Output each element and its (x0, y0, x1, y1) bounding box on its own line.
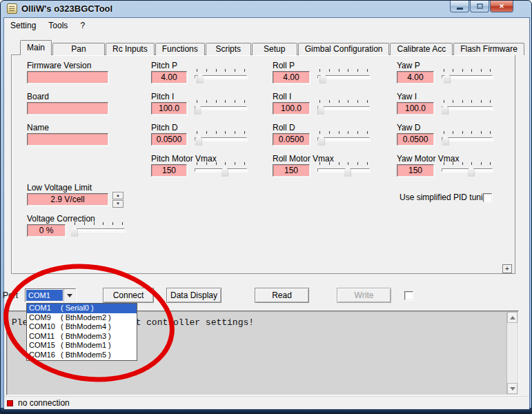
main-tab-panel (11, 55, 515, 274)
tab-setup[interactable]: Setup (252, 43, 297, 55)
pitch-i-label: Pitch I (151, 92, 174, 101)
scroll-up-icon[interactable] (507, 312, 518, 323)
pitch-d-label: Pitch D (151, 123, 178, 132)
yaw-i-slider[interactable] (442, 100, 493, 115)
read-button[interactable]: Read (255, 288, 309, 303)
data-display-button[interactable]: Data Display (166, 288, 221, 303)
port-option-name: COM1 (29, 304, 61, 313)
board-label: Board (27, 92, 49, 101)
simplified-pid-checkbox[interactable] (483, 193, 492, 202)
console-scrollbar[interactable] (506, 312, 518, 394)
port-option-device: ( BthModem3 ) (61, 332, 111, 342)
scroll-down-icon[interactable] (507, 383, 518, 394)
port-option-com1[interactable]: COM1 ( Serial0 ) (27, 304, 137, 313)
firmware-version-label: Firmware Version (27, 61, 91, 70)
yaw-vmax-slider[interactable] (442, 162, 493, 177)
port-option-com16[interactable]: COM16 ( BthModem5 ) (27, 351, 137, 360)
tab-strip: Main Pan Rc Inputs Functions Scripts Set… (20, 40, 525, 55)
status-text: no connection (18, 398, 70, 408)
roll-i-slider[interactable] (317, 100, 370, 115)
tab-main[interactable]: Main (20, 40, 52, 55)
tab-scripts[interactable]: Scripts (206, 43, 251, 55)
minimize-button[interactable] (450, 1, 469, 12)
pitch-i-field[interactable]: 100.0 (151, 102, 187, 115)
port-option-name: COM11 (29, 332, 61, 342)
spinner-down-button[interactable]: ▼ (112, 200, 124, 208)
port-option-device: ( BthModem2 ) (61, 313, 111, 323)
pitch-vmax-slider[interactable] (195, 162, 247, 177)
app-window: OlliW's o323BGCTool ✕ Setting Tools ? Ma… (0, 0, 532, 414)
roll-i-label: Roll I (273, 92, 291, 101)
close-button[interactable]: ✕ (490, 1, 513, 12)
board-field[interactable] (27, 102, 108, 115)
port-option-name: COM9 (29, 313, 61, 323)
port-selected-value: COM1 (26, 290, 63, 301)
yaw-i-label: Yaw I (397, 92, 417, 101)
port-combobox[interactable]: COM1 (25, 288, 76, 302)
connect-button[interactable]: Connect (103, 288, 154, 303)
yaw-p-label: Yaw P (397, 61, 420, 70)
tab-calibrate-acc[interactable]: Calibrate Acc (390, 43, 453, 55)
spinner-up-button[interactable]: ▲ (112, 192, 124, 199)
port-option-device: ( BthModem5 ) (61, 351, 111, 360)
connection-status-icon (7, 400, 13, 406)
port-option-device: ( BthModem4 ) (61, 322, 111, 332)
yaw-d-field[interactable]: 0.0500 (397, 133, 434, 146)
port-option-device: ( Serial0 ) (61, 304, 94, 313)
low-voltage-limit-label: Low Voltage Limit (27, 183, 92, 193)
tab-gimbal-configuration[interactable]: Gimbal Configuration (298, 43, 390, 55)
port-option-name: COM16 (29, 351, 61, 360)
yaw-d-slider[interactable] (442, 131, 493, 146)
tab-pan[interactable]: Pan (52, 43, 105, 55)
pitch-p-field[interactable]: 4.00 (151, 71, 187, 83)
port-option-com9[interactable]: COM9 ( BthModem2 ) (27, 313, 137, 323)
port-option-com15[interactable]: COM15 ( BthModem1 ) (27, 341, 137, 351)
yaw-p-slider[interactable] (442, 69, 493, 84)
title-bar[interactable]: OlliW's o323BGCTool ✕ (1, 1, 531, 17)
simplified-pid-label: Use simplified PID tuning (400, 193, 492, 202)
port-option-com10[interactable]: COM10 ( BthModem4 ) (27, 322, 137, 332)
yaw-d-label: Yaw D (397, 123, 420, 132)
yaw-i-field[interactable]: 100.0 (397, 102, 434, 115)
pitch-p-slider[interactable] (195, 69, 247, 84)
tab-flash-firmware[interactable]: Flash Firmware (453, 43, 524, 55)
pitch-d-field[interactable]: 0.0500 (151, 133, 187, 146)
port-option-device: ( BthModem1 ) (61, 341, 111, 351)
roll-vmax-field[interactable]: 150 (273, 164, 310, 177)
roll-d-slider[interactable] (317, 131, 370, 146)
menu-setting[interactable]: Setting (4, 19, 42, 32)
port-option-com11[interactable]: COM11 ( BthModem3 ) (27, 332, 137, 342)
port-dropdown-list: COM1 ( Serial0 ) COM9 ( BthModem2 ) COM1… (26, 303, 137, 361)
voltage-correction-slider[interactable] (72, 222, 125, 237)
maximize-button[interactable] (470, 1, 489, 12)
pitch-d-slider[interactable] (195, 131, 247, 146)
app-icon (7, 3, 17, 14)
port-label: Port (3, 290, 18, 300)
yaw-p-field[interactable]: 4.00 (397, 71, 434, 83)
yaw-vmax-field[interactable]: 150 (397, 164, 434, 177)
firmware-version-field[interactable] (27, 71, 108, 83)
combobox-dropdown-button[interactable] (63, 289, 75, 302)
low-voltage-limit-spinner: ▲ ▼ (112, 192, 124, 208)
roll-vmax-slider[interactable] (317, 162, 370, 177)
roll-d-label: Roll D (273, 123, 295, 132)
panel-expand-button[interactable]: + (502, 264, 512, 273)
roll-i-field[interactable]: 100.0 (273, 102, 310, 115)
low-voltage-limit-field[interactable]: 2.9 V/cell (27, 193, 108, 206)
pitch-i-slider[interactable] (195, 100, 247, 115)
roll-d-field[interactable]: 0.0500 (273, 133, 310, 146)
menu-tools[interactable]: Tools (42, 19, 74, 32)
write-button: Write (337, 288, 391, 303)
menu-bar: Setting Tools ? (4, 18, 529, 32)
tab-rc-inputs[interactable]: Rc Inputs (106, 43, 155, 55)
menu-help[interactable]: ? (74, 19, 91, 32)
pitch-vmax-field[interactable]: 150 (151, 164, 187, 177)
tab-functions[interactable]: Functions (155, 43, 205, 55)
roll-p-field[interactable]: 4.00 (273, 71, 310, 83)
status-bar: no connection (4, 396, 529, 409)
port-row-checkbox[interactable] (404, 291, 413, 300)
port-option-name: COM15 (29, 341, 61, 351)
name-field[interactable] (27, 133, 108, 146)
roll-p-slider[interactable] (317, 69, 370, 84)
voltage-correction-field[interactable]: 0 % (27, 224, 66, 237)
